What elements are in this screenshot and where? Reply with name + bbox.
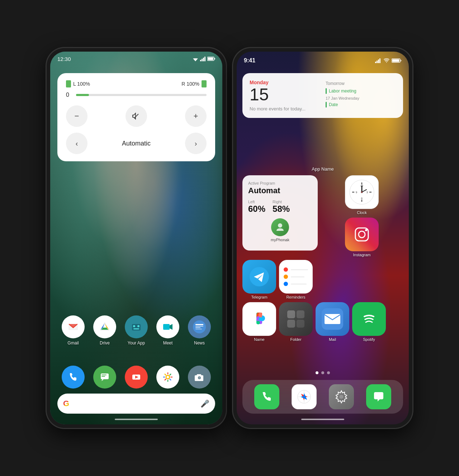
mode-label: Automatic — [122, 140, 151, 147]
ios-app-row-3: Name Folder — [242, 302, 403, 342]
mail-icon — [316, 302, 349, 336]
android-app-drive[interactable]: Drive — [93, 315, 116, 346]
ios-battery-icon — [392, 58, 402, 63]
telegram-icon — [242, 260, 276, 294]
calendar-no-events: No more events for today... — [250, 106, 320, 111]
mail-label: Mail — [329, 337, 336, 342]
clock-icon: 12 3 6 9 — [345, 175, 379, 209]
microphone-icon[interactable]: 🎤 — [200, 399, 209, 408]
mute-button[interactable] — [126, 105, 147, 127]
ios-app-instagram[interactable]: Instagram — [321, 218, 403, 257]
folder-icon — [279, 302, 313, 336]
android-app-row-1: Gmail Drive — [57, 315, 215, 346]
android-dock-camera[interactable] — [188, 366, 211, 389]
android-dock-youtube[interactable] — [125, 366, 148, 389]
svg-rect-7 — [208, 58, 213, 60]
android-status-icons — [192, 56, 215, 61]
camera-dock-icon — [188, 366, 211, 389]
android-app-meet[interactable]: Meet — [156, 315, 179, 346]
yourapp-icon — [125, 315, 148, 338]
svg-rect-51 — [378, 60, 379, 63]
svg-rect-86 — [325, 314, 340, 324]
svg-rect-21 — [133, 328, 139, 329]
svg-rect-27 — [195, 326, 203, 327]
widget-controls-row: − + — [66, 105, 207, 127]
ios-app-grid: Active Program Automat Left 60% Right 58… — [242, 175, 403, 344]
reminders-label: Reminders — [286, 295, 305, 299]
ios-app-spotify[interactable]: Spotify — [352, 302, 386, 342]
svg-rect-50 — [377, 61, 378, 63]
page-dot-1[interactable] — [316, 371, 318, 374]
page-dot-3[interactable] — [327, 371, 330, 374]
ios-dock-settings[interactable] — [329, 384, 354, 409]
ios-dock-phone[interactable] — [254, 384, 279, 409]
drive-label: Drive — [100, 341, 110, 346]
ios-app-figma[interactable]: Name — [242, 302, 276, 342]
phonak-left-item: Left 60% — [248, 200, 265, 214]
right-battery-bar — [202, 80, 207, 87]
reminders-icon — [279, 260, 313, 294]
android-app-news[interactable]: News — [188, 315, 211, 346]
android-home-indicator — [115, 419, 158, 420]
calendar-right: Tomorrow Labor meeting 17 Jan Wednesday … — [326, 80, 396, 111]
ios-dock-settings-icon — [329, 384, 354, 409]
increase-button[interactable]: + — [185, 105, 207, 127]
svg-line-9 — [134, 114, 138, 118]
calendar-day-name: Monday — [250, 80, 320, 85]
figma-label: Name — [254, 337, 264, 342]
ios-dock-safari-icon — [292, 384, 317, 409]
android-phone: 12:30 — [47, 48, 226, 428]
android-dock-messages[interactable] — [93, 366, 116, 389]
svg-point-48 — [199, 377, 200, 379]
svg-point-83 — [259, 317, 262, 321]
folder-label: Folder — [290, 337, 301, 342]
phonak-lr-row: Left 60% Right 58% — [248, 200, 312, 214]
page-dot-2[interactable] — [321, 371, 324, 374]
widget-mode-row: ‹ Automatic › — [66, 133, 207, 154]
messages-dock-icon — [93, 366, 116, 389]
slider-track[interactable] — [76, 94, 207, 96]
android-status-bar: 12:30 — [50, 52, 222, 66]
ios-app-mail[interactable]: Mail — [316, 302, 349, 342]
svg-rect-8 — [214, 58, 215, 60]
svg-text:9: 9 — [356, 191, 357, 194]
ios-dock-messages[interactable] — [366, 384, 391, 409]
volume-slider-row: 0 — [66, 92, 207, 98]
phonak-program-name: Automat — [248, 186, 312, 195]
svg-point-19 — [133, 325, 135, 327]
android-screen: 12:30 — [50, 52, 222, 424]
ios-apps-col-1: 12 3 6 9 — [321, 175, 403, 257]
next-mode-button[interactable]: › — [185, 133, 207, 154]
ios-app-row-2: Telegram — [242, 260, 403, 299]
android-app-grid: Gmail Drive — [50, 315, 222, 353]
ios-phonak-widget[interactable]: Active Program Automat Left 60% Right 58… — [242, 175, 318, 251]
phonak-right-label: Right — [273, 200, 290, 204]
phonak-left-value: 60% — [248, 204, 265, 214]
ios-app-reminders[interactable]: Reminders — [279, 260, 313, 299]
prev-mode-button[interactable]: ‹ — [66, 133, 87, 154]
android-dock-photos[interactable] — [156, 366, 179, 389]
ios-page-dots — [237, 371, 409, 374]
ios-app-folder[interactable]: Folder — [279, 302, 313, 342]
svg-rect-55 — [401, 60, 402, 61]
android-search-bar[interactable]: G 🎤 — [57, 394, 215, 414]
ios-dock — [242, 380, 403, 414]
ios-dock-safari[interactable] — [292, 384, 317, 409]
svg-rect-31 — [101, 375, 107, 375]
android-app-gmail[interactable]: Gmail — [62, 315, 85, 346]
event-title-2: Date — [329, 102, 338, 107]
ios-status-bar: 9:41 — [237, 52, 409, 70]
android-dock-phone[interactable] — [62, 366, 85, 389]
android-app-yourapp[interactable]: Your App — [125, 315, 148, 346]
signal-icon — [200, 56, 206, 61]
clock-label: Clock — [357, 210, 367, 215]
svg-text:3: 3 — [366, 191, 368, 194]
svg-point-84 — [256, 321, 260, 324]
ios-app-telegram[interactable]: Telegram — [242, 260, 276, 299]
meet-label: Meet — [163, 341, 173, 346]
svg-rect-49 — [375, 62, 376, 63]
calendar-next-label: 17 Jan Wednesday — [326, 96, 396, 100]
ios-app-row-1: Active Program Automat Left 60% Right 58… — [242, 175, 403, 257]
decrease-button[interactable]: − — [66, 105, 87, 127]
ios-app-clock[interactable]: 12 3 6 9 — [321, 175, 403, 215]
